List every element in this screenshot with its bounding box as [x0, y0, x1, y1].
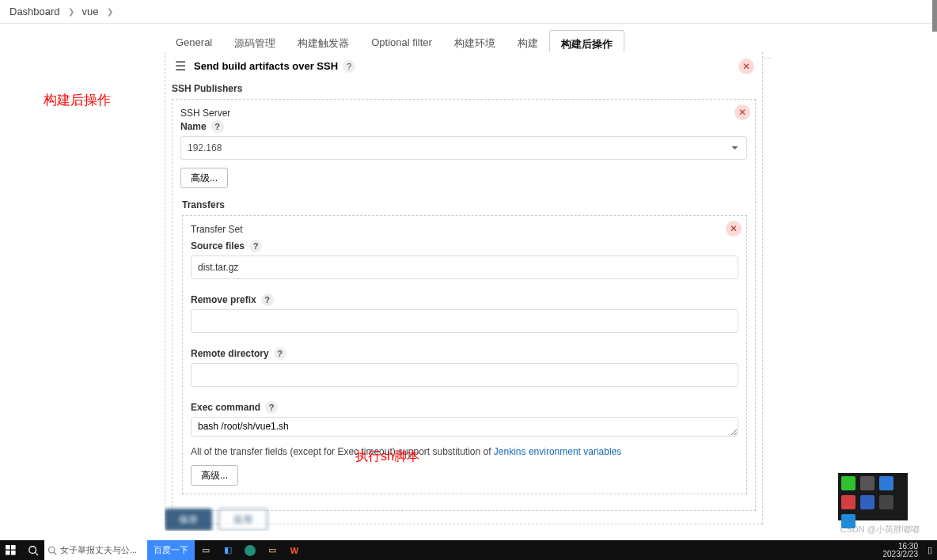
ssh-server-label: SSH Server [180, 108, 747, 119]
name-label: Name [180, 121, 207, 132]
ssh-server-block: ✕ SSH Server Name ? 192.168 高级... Transf… [172, 99, 756, 511]
env-vars-link[interactable]: Jenkins environment variables [494, 446, 621, 457]
close-icon: ✕ [742, 61, 750, 72]
exec-cmd-label: Exec command [191, 402, 260, 413]
close-icon: ✕ [730, 223, 738, 234]
notifications-icon[interactable]: ▯ [923, 540, 937, 560]
ssh-server-select[interactable]: 192.168 [180, 136, 747, 160]
taskbar-search-text: 女子举报丈夫与公... [60, 544, 137, 556]
chevron-right-icon: ❯ [107, 7, 113, 16]
help-icon[interactable]: ? [249, 240, 262, 252]
advanced-button[interactable]: 高级... [180, 168, 228, 188]
taskbar-clock[interactable]: 16:30 2023/2/23 [883, 543, 924, 558]
edge-icon[interactable] [239, 540, 261, 560]
crumb-project[interactable]: vue [82, 6, 99, 17]
explorer-icon[interactable]: ▭ [261, 540, 283, 560]
exec-cmd-input[interactable]: bash /root/sh/vue1.sh [191, 417, 738, 437]
remove-prefix-label: Remove prefix [191, 294, 256, 305]
apply-button[interactable]: 应用 [218, 509, 267, 531]
help-icon[interactable]: ? [274, 347, 286, 360]
svg-point-8 [245, 545, 256, 556]
source-files-label: Source files [191, 240, 245, 252]
baidu-button[interactable]: 百度一下 [147, 540, 195, 560]
svg-rect-2 [6, 551, 10, 555]
breadcrumb: Dashboard ❯ vue ❯ [0, 0, 937, 24]
drag-handle-icon[interactable]: ☰ [170, 57, 191, 75]
help-icon[interactable]: ? [343, 60, 355, 73]
wechat-icon[interactable] [841, 476, 855, 490]
save-button[interactable]: 保存 [165, 509, 212, 531]
task-view-icon[interactable]: ▭ [195, 540, 217, 560]
svg-point-4 [29, 546, 36, 553]
wps-icon[interactable]: W [283, 540, 305, 560]
svg-line-5 [36, 552, 39, 555]
help-icon[interactable]: ? [265, 401, 278, 414]
shield-icon[interactable] [860, 495, 874, 509]
start-button[interactable] [0, 540, 22, 560]
transfers-heading: Transfers [182, 199, 747, 210]
tray-icon[interactable] [879, 495, 893, 509]
tray-icon[interactable] [841, 514, 855, 528]
svg-rect-3 [11, 551, 16, 555]
crumb-dashboard[interactable]: Dashboard [9, 6, 60, 17]
help-icon[interactable]: ? [261, 293, 274, 306]
delete-step-button[interactable]: ✕ [738, 59, 754, 74]
panel-title: Send build artifacts over SSH [194, 60, 338, 72]
volume-mute-icon[interactable] [841, 495, 855, 509]
chevron-right-icon: ❯ [68, 7, 74, 16]
annotation-exec: 执行sh脚本 [355, 448, 419, 465]
svg-rect-0 [6, 545, 10, 550]
windows-taskbar: 女子举报丈夫与公... 百度一下 ▭ ◧ ▭ W 16:30 2023/2/23… [0, 540, 937, 560]
taskbar-search[interactable]: 女子举报丈夫与公... [44, 540, 147, 560]
ssh-publishers-heading: SSH Publishers [172, 83, 756, 94]
search-icon[interactable] [22, 540, 44, 560]
transfer-set-label: Transfer Set [191, 224, 738, 235]
transfer-set-block: ✕ Transfer Set Source files ? Remove pre… [182, 215, 747, 494]
close-icon: ✕ [738, 107, 746, 118]
source-files-input[interactable] [191, 255, 738, 279]
svg-line-7 [54, 552, 56, 554]
annotation-side: 构建后操作 [44, 91, 111, 109]
svg-point-6 [49, 547, 55, 553]
remote-dir-input[interactable] [191, 363, 738, 387]
delete-server-button[interactable]: ✕ [734, 104, 750, 120]
delete-transfer-button[interactable]: ✕ [726, 221, 742, 236]
tray-panel [838, 473, 908, 520]
tray-icon[interactable] [879, 476, 893, 490]
taskbar-app[interactable]: ◧ [217, 540, 239, 560]
remote-dir-label: Remote directory [191, 348, 269, 359]
substitution-info: All of the transfer fields (except for E… [191, 446, 738, 457]
post-build-step-panel: ☰ Send build artifacts over SSH ? ✕ SSH … [165, 52, 763, 524]
tray-icon[interactable] [860, 476, 874, 490]
remove-prefix-input[interactable] [191, 309, 738, 333]
help-icon[interactable]: ? [211, 120, 224, 133]
advanced-button-transfer[interactable]: 高级... [191, 465, 238, 486]
svg-rect-1 [11, 545, 16, 550]
